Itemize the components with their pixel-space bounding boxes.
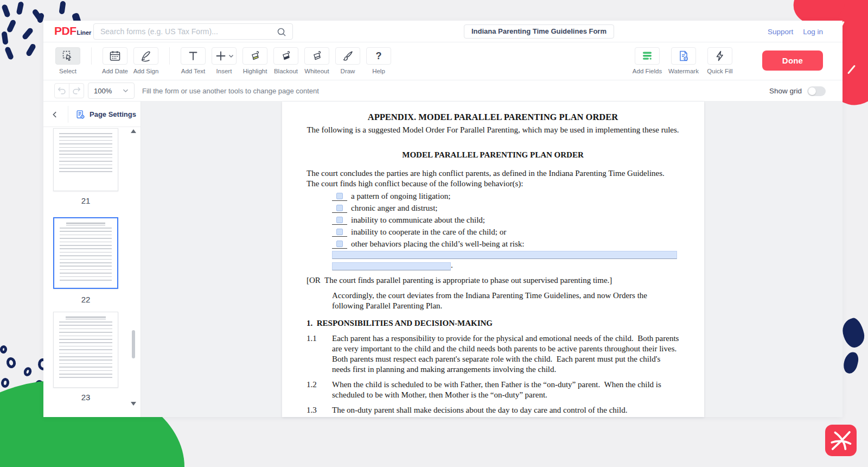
page-settings-icon <box>75 109 86 120</box>
sidebar-header: Page Settings <box>43 102 141 127</box>
whiteout-button[interactable]: Whiteout <box>304 47 329 74</box>
doc-numbered-item: 1.1 Each parent has a responsibility to … <box>307 333 679 375</box>
navy-blob-decoration <box>842 351 860 375</box>
thumbnail-content <box>66 223 105 225</box>
checkbox-field[interactable] <box>336 241 343 247</box>
behavior-label: inability to communicate about the child… <box>351 216 485 225</box>
behavior-row: other behaviors placing the child’s well… <box>332 240 679 249</box>
pdf-page: APPENDIX. MODEL PARALLEL PARENTING PLAN … <box>282 102 704 417</box>
field-period: . <box>451 260 453 270</box>
text-input-field[interactable] <box>332 262 451 270</box>
add-fields-button[interactable]: Add Fields <box>635 47 660 74</box>
chevron-down-icon <box>228 54 234 58</box>
pdfliner-logo[interactable]: PDF Liner <box>54 25 91 37</box>
lightning-icon <box>713 49 726 62</box>
doc-numbered-item: 1.3 The on-duty parent shall make decisi… <box>307 405 679 415</box>
watermark-doc-icon <box>677 49 690 62</box>
quick-fill-button[interactable]: Quick Fill <box>707 47 732 74</box>
behavior-label: a pattern of ongoing litigation; <box>351 192 450 201</box>
logo-pdf: PDF <box>54 25 76 37</box>
show-grid-label: Show grid <box>769 87 802 95</box>
add-date-button[interactable]: Add Date <box>103 47 127 74</box>
checkbox-field[interactable] <box>336 193 343 199</box>
paintbrush-icon <box>341 49 354 62</box>
doc-appendix-title: APPENDIX. MODEL PARALLEL PARENTING PLAN … <box>307 112 679 122</box>
behavior-row: a pattern of ongoing litigation; <box>332 192 679 201</box>
logo-liner: Liner <box>77 29 92 37</box>
page-number-label: 22 <box>53 295 118 304</box>
text-input-field[interactable] <box>332 251 677 259</box>
search-input[interactable] <box>94 24 292 39</box>
select-cursor-icon <box>61 49 74 62</box>
help-button[interactable]: ? Help <box>366 47 391 74</box>
sub-toolbar: 100% Fill the form or use another tools … <box>43 80 843 102</box>
checkbox-field[interactable] <box>336 205 343 211</box>
support-link[interactable]: Support <box>768 28 793 36</box>
page-settings-button[interactable]: Page Settings <box>75 102 136 127</box>
behavior-row: inability to communicate about the child… <box>332 216 679 225</box>
doc-accordingly-paragraph: Accordingly, the court deviates from the… <box>332 291 679 311</box>
checkbox-field[interactable] <box>336 217 343 223</box>
document-title-badge[interactable]: Indiana Parenting Time Guidelines Form <box>464 24 614 39</box>
fields-icon <box>641 49 654 62</box>
sidebar-scrollbar-thumb[interactable] <box>132 330 135 358</box>
app-window: PDF Liner Indiana Parenting Time Guideli… <box>43 21 843 417</box>
page-number-label: 21 <box>53 196 118 205</box>
chevron-left-icon <box>51 111 59 118</box>
screen: PDF Liner Indiana Parenting Time Guideli… <box>0 0 868 467</box>
item-number: 1.3 <box>307 405 332 415</box>
done-button[interactable]: Done <box>762 51 823 71</box>
main-toolbar: Select Add Date <box>43 42 843 80</box>
behavior-label: other behaviors placing the child’s well… <box>351 239 525 249</box>
pages-sidebar: Page Settings 21 22 23 <box>43 102 141 417</box>
search-icon[interactable] <box>276 27 287 37</box>
sidebar-header-divider <box>68 106 68 123</box>
doc-subtitle: The following is a suggested Model Order… <box>307 125 679 135</box>
watermark-button[interactable]: Watermark <box>671 47 696 74</box>
undo-icon <box>56 85 67 96</box>
signature-pen-icon <box>139 49 152 62</box>
question-icon: ? <box>376 51 382 62</box>
doc-section-title: MODEL PARALLEL PARENTING PLAN ORDER <box>307 150 679 160</box>
scroll-down-arrow[interactable] <box>131 402 136 406</box>
item-text: The on-duty parent shall make decisions … <box>332 405 679 415</box>
highlight-button[interactable]: Highlight <box>242 47 267 74</box>
doc-numbered-item: 1.2 When the child is scheduled to be wi… <box>307 380 679 400</box>
draw-button[interactable]: Draw <box>335 47 360 74</box>
navy-blob-decoration <box>840 317 866 350</box>
page-thumbnail-22[interactable] <box>53 217 118 289</box>
login-link[interactable]: Log in <box>803 28 823 36</box>
behavior-row: inability to cooperate in the care of th… <box>332 228 679 237</box>
collapse-sidebar-button[interactable] <box>49 109 61 121</box>
text-icon <box>187 49 200 62</box>
tool-group-right: Add Fields Watermark <box>635 47 732 74</box>
whiteout-brush-icon <box>310 49 323 62</box>
page-settings-label: Page Settings <box>90 110 136 118</box>
insert-button[interactable]: Insert <box>212 47 237 74</box>
zoom-select[interactable]: 100% <box>88 83 135 99</box>
calendar-icon <box>108 49 122 62</box>
add-sign-button[interactable]: Add Sign <box>133 47 158 74</box>
item-text: When the child is scheduled to be with F… <box>332 380 679 400</box>
redo-button[interactable] <box>69 83 84 98</box>
checkbox-field[interactable] <box>336 229 343 235</box>
plus-icon <box>215 50 227 62</box>
doc-intro-paragraph: The court concludes the parties are high… <box>307 168 679 189</box>
undo-button[interactable] <box>54 83 69 98</box>
page-thumbnail-21[interactable] <box>53 128 118 191</box>
select-tool-button[interactable]: Select <box>55 47 80 74</box>
search-form <box>93 23 293 40</box>
blackout-button[interactable]: Blackout <box>273 47 298 74</box>
behavior-label: inability to cooperate in the care of th… <box>351 228 506 237</box>
behavior-label: chronic anger and distrust; <box>351 204 438 213</box>
page-thumbnail-23[interactable] <box>53 312 118 388</box>
thumbnail-content <box>59 133 112 173</box>
show-grid-toggle[interactable] <box>807 86 826 96</box>
add-text-button[interactable]: Add Text <box>181 47 206 74</box>
item-number: 1.2 <box>307 380 332 400</box>
thumbnail-content <box>66 317 106 319</box>
doc-or-clause: [OR The court finds parallel parenting i… <box>307 275 679 286</box>
top-header: PDF Liner Indiana Parenting Time Guideli… <box>43 21 843 42</box>
scroll-up-arrow[interactable] <box>131 129 136 133</box>
page-number-label: 23 <box>53 393 118 402</box>
